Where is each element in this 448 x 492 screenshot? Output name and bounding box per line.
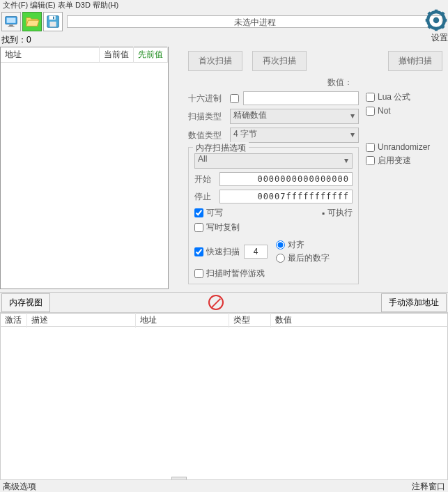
not-checkbox[interactable]: Not	[366, 106, 442, 116]
results-body[interactable]	[1, 63, 168, 289]
settings-gear-icon[interactable]	[424, 8, 448, 32]
open-file-button[interactable]	[22, 12, 42, 31]
start-label: 开始	[194, 174, 215, 185]
svg-rect-5	[49, 16, 56, 20]
last-digit-radio[interactable]: 最后的数字	[276, 252, 330, 264]
col-value[interactable]: 数值	[271, 313, 447, 328]
scan-type-label: 扫描类型	[188, 111, 226, 123]
value-type-select[interactable]: 4 字节	[230, 128, 359, 143]
settings-label[interactable]: 设置	[431, 32, 448, 44]
results-list[interactable]: 地址 当前值 先前值	[0, 47, 169, 289]
col-previous-value[interactable]: 先前值	[134, 47, 168, 63]
progress-bar: 未选中进程	[67, 15, 442, 28]
address-table-header: 激活 描述 地址 类型 数值	[0, 313, 448, 327]
stop-label: 停止	[194, 191, 215, 203]
col-addr[interactable]: 地址	[136, 313, 229, 328]
svg-line-16	[442, 13, 444, 15]
advanced-options-link[interactable]: 高级选项	[3, 481, 36, 491]
address-table-body[interactable]	[0, 327, 448, 482]
next-scan-button[interactable]: 再次扫描	[252, 51, 307, 71]
svg-rect-1	[7, 18, 16, 23]
hex-label: 十六进制	[188, 93, 226, 105]
value-label: 数值：	[237, 77, 442, 89]
svg-line-15	[442, 26, 444, 28]
svg-rect-7	[53, 17, 54, 20]
first-scan-button[interactable]: 首次扫描	[188, 51, 242, 71]
menu-bar[interactable]: 文件(F) 编辑(E) 表单 D3D 帮助(H)	[0, 0, 121, 10]
col-type[interactable]: 类型	[229, 313, 271, 328]
svg-line-17	[428, 26, 431, 28]
col-current-value[interactable]: 当前值	[100, 47, 134, 63]
value-type-label: 数值类型	[188, 130, 226, 141]
value-input[interactable]	[243, 91, 359, 105]
svg-rect-2	[9, 25, 13, 26]
col-address[interactable]: 地址	[1, 47, 100, 63]
mem-opts-title: 内存扫描选项	[193, 142, 249, 154]
cow-checkbox[interactable]: 写时复制	[194, 222, 240, 233]
undo-scan-button[interactable]: 撤销扫描	[388, 51, 442, 71]
add-address-manual-button[interactable]: 手动添加地址	[381, 293, 447, 312]
unrandomizer-checkbox[interactable]: Unrandomizer	[366, 142, 442, 152]
progress-label: 未选中进程	[68, 17, 442, 29]
found-count: 找到：0	[0, 33, 448, 47]
executable-checkbox[interactable]: ▪可执行	[322, 207, 353, 219]
region-select[interactable]: All	[194, 153, 353, 169]
fast-scan-checkbox[interactable]: 快速扫描	[194, 246, 240, 258]
writable-checkbox[interactable]: 可写	[194, 207, 223, 219]
memory-view-button[interactable]: 内存视图	[1, 293, 50, 312]
start-input[interactable]	[219, 172, 353, 186]
save-button[interactable]	[43, 12, 63, 31]
svg-rect-6	[49, 22, 56, 26]
clear-list-icon[interactable]	[208, 295, 224, 310]
svg-point-9	[433, 17, 440, 24]
stop-input[interactable]	[219, 190, 353, 203]
scan-type-select[interactable]: 精确数值	[230, 109, 359, 124]
speedhack-checkbox[interactable]: 启用变速	[366, 155, 442, 167]
lua-console-link[interactable]: 注释窗口	[412, 481, 445, 491]
alignment-input[interactable]	[244, 245, 268, 259]
svg-rect-3	[8, 26, 14, 26]
col-active[interactable]: 激活	[1, 313, 27, 328]
align-radio[interactable]: 对齐	[276, 239, 330, 251]
lua-checkbox[interactable]: Lua 公式	[366, 91, 442, 103]
col-description[interactable]: 描述	[27, 313, 136, 328]
hex-checkbox[interactable]	[230, 94, 239, 103]
select-process-button[interactable]	[1, 12, 21, 31]
pause-game-checkbox[interactable]: 扫描时暂停游戏	[194, 268, 265, 279]
svg-line-14	[428, 13, 431, 15]
